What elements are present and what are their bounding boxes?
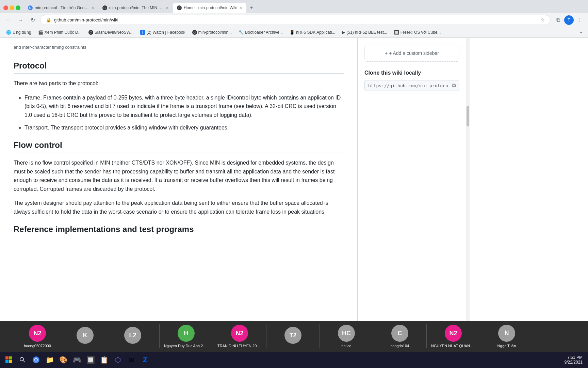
- user-name-quan: NGUYEN NHAT QUAN 20181705: [431, 344, 475, 348]
- protocol-section-title: Protocol: [14, 61, 344, 74]
- forward-btn[interactable]: →: [16, 15, 25, 25]
- bookmark-nrf52[interactable]: ▶ (51) nRF52 BLE test...: [339, 29, 390, 36]
- bookmark-label-nrf5: nRF5 SDK Applicati...: [296, 30, 335, 35]
- user-item-n-ngoc[interactable]: N Ngọc Tuần: [483, 325, 530, 348]
- user-item-c[interactable]: C congdo104: [376, 325, 424, 348]
- clone-wiki-section: Clone this wiki locally https://github.c…: [364, 70, 459, 91]
- user-name-h: Nguyen Duy Duc Anh 20173615: [164, 344, 208, 348]
- profile-icon[interactable]: T: [564, 15, 574, 25]
- bookmark-phim[interactable]: 🎬 Xem Phim Cuộc Đ...: [35, 29, 84, 36]
- user-avatar-k: K: [77, 327, 94, 344]
- scrollbar-thumb[interactable]: [467, 106, 469, 126]
- clone-url-box: https://github.com/min-protoco ⧉: [364, 80, 459, 91]
- bookmark-nrf5[interactable]: 📱 nRF5 SDK Applicati...: [287, 29, 338, 36]
- user-item-n2-quan[interactable]: N2 NGUYEN NHAT QUAN 20181705: [429, 325, 477, 348]
- taskbar-chrome-icon[interactable]: [30, 354, 42, 366]
- tab-close-github2[interactable]: ✕: [239, 6, 242, 10]
- taskbar-game-icon[interactable]: 🎮: [71, 354, 83, 366]
- user-name-tran: TRAN DINH TUYEN 20181831: [217, 344, 262, 348]
- new-tab-btn[interactable]: +: [246, 3, 256, 13]
- bookmark-star-icon[interactable]: ☆: [541, 17, 545, 22]
- taskbar-doc-icon[interactable]: 📋: [98, 354, 110, 366]
- bookmark-slashdevin[interactable]: ⬡ SlashDevin/NeoSW...: [86, 29, 136, 36]
- bookmark-ung-dung[interactable]: 🌐 Ứng dụng: [3, 29, 34, 36]
- menu-icon[interactable]: ⋮: [575, 15, 585, 25]
- taskbar-paint-icon[interactable]: 🎨: [57, 354, 69, 366]
- address-bar[interactable]: 🔒 github.com/min-protocol/min/wiki ☆: [40, 15, 551, 25]
- user-avatar-t2: T2: [284, 327, 301, 344]
- tab-github-min-proto[interactable]: ⬡ min-protocol/min: The MIN pro... ✕: [98, 3, 173, 13]
- taskbar-mail-icon[interactable]: ✉: [125, 354, 137, 366]
- bookmark-favicon-phim: 🎬: [38, 30, 43, 35]
- user-item-k[interactable]: K: [61, 327, 109, 346]
- bookmark-label-phim: Xem Phim Cuộc Đ...: [45, 30, 82, 35]
- bookmark-label-apps: Ứng dụng: [13, 30, 31, 35]
- flow-para-1: There is no flow control specified in MI…: [14, 158, 344, 193]
- taskbar-tool-icon[interactable]: 🔲: [84, 354, 97, 366]
- bookmark-favicon-apps: 🌐: [6, 30, 11, 35]
- bookmark-label-min: min-protocol/min...: [198, 30, 232, 35]
- user-item-n2-tran[interactable]: N2 TRAN DINH TUYEN 20181831: [216, 325, 263, 348]
- tab-google[interactable]: G min protocol - Tìm trên Google ✕: [24, 3, 98, 13]
- extensions-icon[interactable]: ⧉: [553, 15, 563, 25]
- bookmark-bootloader[interactable]: 🔧 Bootloader Archive...: [236, 29, 285, 36]
- maximize-window-btn[interactable]: [16, 5, 20, 10]
- tab-close-google[interactable]: ✕: [91, 6, 94, 10]
- flow-control-section-title: Flow control: [14, 140, 344, 153]
- tab-github-wiki[interactable]: ⬡ Home - min-protocol/min Wiki ✕: [173, 3, 246, 13]
- user-item-h[interactable]: H Nguyen Duy Duc Anh 20173615: [162, 325, 210, 348]
- bookmark-favicon-min: ⬡: [192, 30, 197, 35]
- user-name-huong: huong05072000: [24, 344, 51, 348]
- taskbar-zalo-icon[interactable]: Z: [139, 354, 151, 366]
- copy-url-btn[interactable]: ⧉: [452, 82, 456, 89]
- back-btn[interactable]: ←: [3, 15, 13, 25]
- user-name-c: congdo104: [391, 344, 409, 348]
- user-divider-5: [373, 324, 373, 348]
- user-divider-2: [213, 324, 213, 348]
- user-divider-3: [266, 324, 266, 348]
- user-item-l2[interactable]: L2: [109, 327, 157, 346]
- wiki-main: and inter-character timing constraints P…: [0, 38, 357, 334]
- bookmark-freertos[interactable]: 🔲 FreeRTOS với Cube...: [391, 29, 444, 36]
- bullet-frame-text: Frame. Frames contain a payload of 0-255…: [24, 95, 341, 118]
- tab-favicon-google: G: [28, 5, 33, 10]
- user-avatar-hc: HC: [338, 325, 355, 342]
- tab-label-google: min protocol - Tìm trên Google: [35, 5, 89, 10]
- tab-favicon-github1: ⬡: [102, 5, 107, 10]
- browser-chrome: G min protocol - Tìm trên Google ✕ ⬡ min…: [0, 0, 588, 38]
- bookmark-more-btn[interactable]: »: [577, 29, 585, 36]
- user-avatar-n2-quan: N2: [445, 325, 462, 342]
- user-divider-7: [480, 324, 480, 348]
- svg-point-4: [20, 357, 23, 361]
- user-item-hc[interactable]: HC hai co: [323, 325, 370, 348]
- bookmark-favicon-facebook: f: [140, 30, 145, 35]
- bullet-frame: Frame. Frames contain a payload of 0-255…: [24, 93, 344, 120]
- wiki-sidebar: + + Add a custom sidebar Clone this wiki…: [357, 38, 466, 334]
- clone-url-text: https://github.com/min-protoco: [368, 83, 449, 88]
- user-item-t2[interactable]: T2: [269, 327, 317, 346]
- add-custom-sidebar-btn[interactable]: + + Add a custom sidebar: [364, 45, 459, 62]
- bookmark-min-protocol[interactable]: ⬡ min-protocol/min...: [190, 29, 235, 36]
- bookmark-facebook-watch[interactable]: f (2) Watch | Facebook: [137, 29, 188, 36]
- taskbar-search-btn[interactable]: [16, 354, 29, 366]
- chrome-icon: [32, 356, 40, 364]
- scrollbar[interactable]: [466, 38, 470, 334]
- reload-btn[interactable]: ↻: [28, 15, 37, 25]
- content-area: and inter-character timing constraints P…: [0, 38, 588, 334]
- flow-para-2: The system designer should pay attention…: [14, 199, 344, 216]
- tab-close-github1[interactable]: ✕: [166, 6, 169, 10]
- user-avatar-l2: L2: [124, 327, 141, 344]
- minimize-window-btn[interactable]: [10, 5, 14, 10]
- user-avatar-n2-tran: N2: [231, 325, 248, 342]
- taskbar-ms-icon[interactable]: ⬡: [112, 354, 124, 366]
- nav-bar: ← → ↻ 🔒 github.com/min-protocol/min/wiki…: [0, 13, 588, 27]
- user-item-n2-huong[interactable]: N2 huong05072000: [14, 325, 61, 348]
- tabs-row: G min protocol - Tìm trên Google ✕ ⬡ min…: [24, 3, 257, 13]
- bookmark-label-bootloader: Bootloader Archive...: [245, 30, 283, 35]
- window-controls: [3, 5, 20, 10]
- taskbar-explorer-icon[interactable]: 📁: [44, 354, 56, 366]
- bookmark-favicon-nrf5: 📱: [290, 30, 295, 35]
- windows-logo-icon: [5, 356, 12, 363]
- close-window-btn[interactable]: [3, 5, 8, 10]
- start-button[interactable]: [3, 354, 15, 366]
